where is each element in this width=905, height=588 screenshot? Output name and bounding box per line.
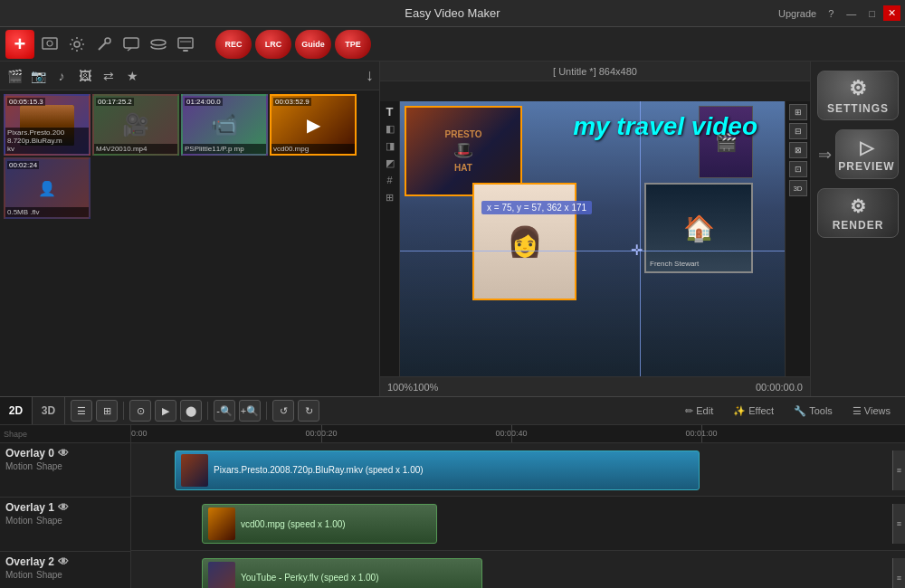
media-icon-video[interactable]: 🎬 <box>5 67 24 85</box>
tl-zoom-out-btn[interactable]: -🔍 <box>214 400 235 422</box>
clip-1[interactable]: vcd00.mpg (speed x 1.00) <box>202 504 437 544</box>
media-icon-effects[interactable]: ★ <box>123 67 141 85</box>
track-label-2: Overlay 2 👁 Motion Shape <box>0 552 130 588</box>
media-icon-image[interactable]: 🖼 <box>76 67 94 85</box>
thumb-label-2: PSPlittle11/P.p mp <box>183 144 266 154</box>
thumb-label-0: Pixars.Presto.2008.720p.BluRay.mkv <box>5 128 89 154</box>
overlay1-visibility[interactable]: 👁 <box>58 501 69 514</box>
overlay0-visibility[interactable]: 👁 <box>58 447 69 460</box>
media-grid: 00:05:15.3 Pixars.Presto.2008.720p.BluRa… <box>0 90 379 396</box>
preview-overlay-text: my travel video <box>573 112 757 141</box>
thumb-label-3: vcd00.mpg <box>272 144 355 154</box>
overlay0-label: Overlay 0 <box>5 447 54 460</box>
media-icon-transform[interactable]: ⇄ <box>100 67 118 85</box>
toolbar-icon-home[interactable] <box>38 33 62 56</box>
toolbar-icon-settings[interactable] <box>65 33 89 56</box>
preview-controls-right: ⊞ ⊟ ⊠ ⊡ 3D <box>785 101 810 376</box>
text-tool-align-left[interactable]: ◧ <box>382 121 398 136</box>
preview-play-icon: ▷ <box>860 137 874 158</box>
download-icon[interactable]: ↓ <box>366 66 374 85</box>
thumb-time-2: 01:24:00.0 <box>185 98 223 106</box>
preview-grid-1[interactable]: ⊠ <box>789 142 807 158</box>
tl-up-btn[interactable]: ⊙ <box>129 400 151 422</box>
render-label: Render <box>833 219 884 232</box>
text-tool-hash[interactable]: ⊞ <box>382 190 398 204</box>
track-label-1: Overlay 1 👁 Motion Shape <box>0 498 130 552</box>
edit-tabs: ✏Edit ✨Effect 🔧Tools ☰Views <box>676 397 905 424</box>
help-button[interactable]: ? <box>824 6 838 21</box>
lrc-button[interactable]: LRC <box>255 30 291 59</box>
tl-redo-btn[interactable]: ↻ <box>298 400 319 422</box>
media-thumb-2[interactable]: 📹 01:24:00.0 PSPlittle11/P.p mp <box>181 94 268 156</box>
clip-2[interactable]: YouTube - Perky.flv (speed x 1.00) <box>202 558 482 588</box>
add-button[interactable]: + <box>5 30 34 59</box>
media-icon-camera[interactable]: 📷 <box>29 67 47 85</box>
tpe-button[interactable]: TPE <box>335 30 371 59</box>
tab-3d[interactable]: 3D <box>33 397 65 424</box>
overlay2-visibility[interactable]: 👁 <box>58 555 69 568</box>
preview-canvas[interactable]: PRESTO🎩HAT 👩 🏠 French Stewart <box>380 81 810 376</box>
render-button[interactable]: ⚙ Render <box>817 188 899 238</box>
text-tool-align-center[interactable]: ◨ <box>382 138 398 153</box>
tab-edit[interactable]: ✏Edit <box>676 403 722 419</box>
toolbar-icon-monitor[interactable] <box>174 33 197 56</box>
tl-zoom-in-btn[interactable]: +🔍 <box>239 400 261 422</box>
right-panel: ⚙ Settings ⇒ ▷ Preview ⚙ Render <box>810 62 905 396</box>
track-content-0: Pixars.Presto.2008.720p.BluRay.mkv (spee… <box>131 443 905 497</box>
tab-effect[interactable]: ✨Effect <box>724 403 783 419</box>
track1-sublabels: Motion Shape <box>5 516 125 526</box>
ruler-0: 00:00:00 <box>131 429 148 438</box>
toolbar-icon-chat[interactable] <box>119 33 143 56</box>
tl-menu-btn[interactable]: ☰ <box>71 400 92 422</box>
settings-button[interactable]: ⚙ Settings <box>817 71 899 120</box>
preview-area: [ Untitle *] 864x480 PRESTO🎩HAT 👩 <box>380 62 810 396</box>
tab-views[interactable]: ☰Views <box>843 403 900 419</box>
preview-button[interactable]: ▷ Preview <box>835 129 899 179</box>
close-button[interactable]: ✕ <box>883 5 900 21</box>
rec-button[interactable]: REC <box>215 30 252 59</box>
tl-play-btn[interactable]: ▶ <box>155 400 176 422</box>
track2-shape[interactable]: Shape <box>36 570 62 580</box>
toolbar-icon-layers[interactable] <box>147 33 170 56</box>
render-icon: ⚙ <box>850 195 867 217</box>
text-tool-T[interactable]: T <box>382 104 398 119</box>
toolbar-icon-wrench[interactable] <box>92 33 116 56</box>
media-thumb-1[interactable]: 🎥 00:17:25.2 M4V20010.mp4 <box>92 94 179 156</box>
maximize-button[interactable]: □ <box>864 6 880 21</box>
track-0-settings[interactable]: ≡ <box>892 450 905 490</box>
tl-grid-btn[interactable]: ⊞ <box>96 400 118 422</box>
tl-record-btn[interactable]: ⬤ <box>180 400 202 422</box>
preview-grid-4[interactable]: ⊞ <box>789 104 807 120</box>
track-name-0: Overlay 0 👁 <box>5 447 125 460</box>
settings-label: Settings <box>827 102 889 115</box>
arrow-icon: ⇒ <box>818 145 832 165</box>
media-icon-music[interactable]: ♪ <box>52 67 71 85</box>
media-thumb-3[interactable]: ▶ 00:03:52.9 vcd00.mpg <box>270 94 357 156</box>
track-2-settings[interactable]: ≡ <box>892 558 905 588</box>
tl-sep-3 <box>266 402 267 420</box>
track-1-settings[interactable]: ≡ <box>892 504 905 544</box>
tl-undo-btn[interactable]: ↺ <box>272 400 294 422</box>
tl-sep-1 <box>123 402 124 420</box>
text-tool-grid[interactable]: # <box>382 173 398 187</box>
thumb-label-4: 0.5MB .flv <box>5 207 89 217</box>
clip-0[interactable]: Pixars.Presto.2008.720p.BluRay.mkv (spee… <box>175 450 700 490</box>
track0-motion[interactable]: Motion <box>5 461 33 471</box>
tab-tools[interactable]: 🔧Tools <box>785 403 842 419</box>
media-thumb-0[interactable]: 00:05:15.3 Pixars.Presto.2008.720p.BluRa… <box>4 94 90 156</box>
preview-grid-all[interactable]: ⊡ <box>789 161 807 177</box>
preview-3d[interactable]: 3D <box>789 180 807 196</box>
toolbar: + REC LRC Guide TPE <box>0 27 905 62</box>
track2-sublabels: Motion Shape <box>5 570 125 580</box>
minimize-button[interactable]: — <box>842 6 861 21</box>
text-tool-align-right[interactable]: ◩ <box>382 156 398 170</box>
media-thumb-4[interactable]: 👤 00:02:24 0.5MB .flv <box>4 157 90 219</box>
guide-button[interactable]: Guide <box>295 30 331 59</box>
track1-motion[interactable]: Motion <box>5 516 33 526</box>
thumb-time-0: 00:05:15.3 <box>7 98 45 106</box>
preview-grid-2[interactable]: ⊟ <box>789 123 807 139</box>
track1-shape[interactable]: Shape <box>36 516 62 526</box>
tab-2d[interactable]: 2D <box>0 397 33 424</box>
track0-shape[interactable]: Shape <box>36 461 62 471</box>
track2-motion[interactable]: Motion <box>5 570 33 580</box>
